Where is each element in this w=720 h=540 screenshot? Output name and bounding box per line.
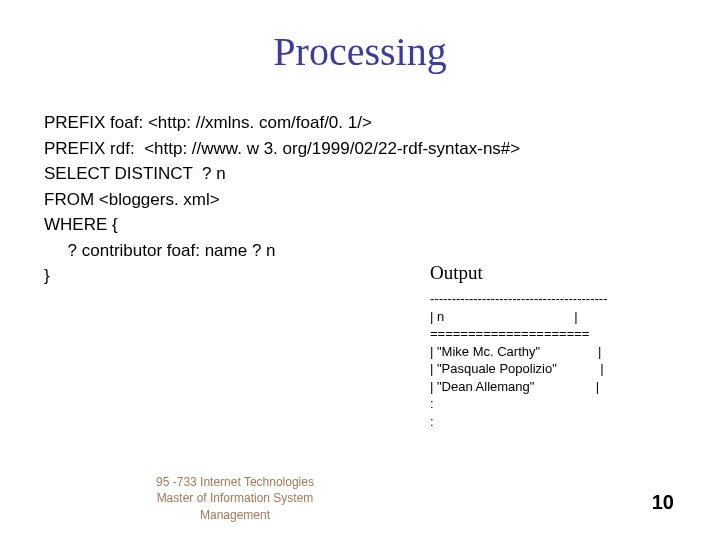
output-text: ----------------------------------------… — [430, 290, 608, 430]
footer-course-info: 95 -733 Internet Technologies Master of … — [120, 474, 350, 524]
slide-title: Processing — [0, 28, 720, 75]
footer-line-1: 95 -733 Internet Technologies — [156, 475, 314, 489]
footer-line-2: Master of Information System Management — [157, 491, 314, 522]
output-heading: Output — [430, 262, 483, 284]
page-number: 10 — [652, 491, 674, 514]
